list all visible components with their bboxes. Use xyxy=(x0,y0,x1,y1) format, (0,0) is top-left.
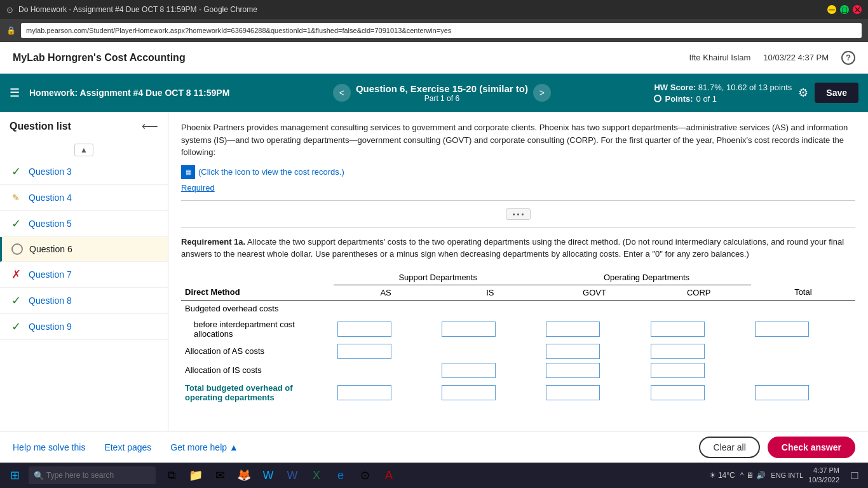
row-total-total[interactable] xyxy=(751,380,855,405)
scroll-up-indicator: ▲ xyxy=(0,141,168,159)
save-button[interactable]: Save xyxy=(815,83,858,103)
row-is-corp[interactable] xyxy=(647,361,751,380)
minimize-button[interactable]: ─ xyxy=(827,5,836,14)
input-total-is[interactable] xyxy=(442,385,496,400)
total-spacer xyxy=(751,270,855,285)
lock-icon: 🔒 xyxy=(6,26,16,35)
requirement-label: Requirement 1a. xyxy=(181,237,245,247)
input-before-corp[interactable] xyxy=(651,322,705,337)
input-total-corp[interactable] xyxy=(651,385,705,400)
taskbar-edge-icon[interactable]: e xyxy=(330,465,351,485)
hamburger-menu-icon[interactable]: ☰ xyxy=(10,86,20,100)
browser-window-controls[interactable]: ─ □ ✕ xyxy=(827,5,862,14)
row-is-is[interactable] xyxy=(438,361,542,380)
required-link[interactable]: Required xyxy=(181,183,855,193)
content-area: Phoenix Partners provides management con… xyxy=(168,112,868,431)
close-button[interactable]: ✕ xyxy=(853,5,862,14)
taskbar-firefox-icon[interactable]: 🦊 xyxy=(234,465,254,485)
app-header: MyLab Horngren's Cost Accounting Ifte Kh… xyxy=(0,42,868,74)
row-before-total[interactable] xyxy=(751,316,855,342)
expand-control-container: • • • xyxy=(181,208,855,220)
row-as-corp[interactable] xyxy=(647,342,751,361)
clear-all-button[interactable]: Clear all xyxy=(699,437,759,458)
row-as-govt[interactable] xyxy=(542,342,646,361)
input-as-govt[interactable] xyxy=(546,344,600,359)
input-as-corp[interactable] xyxy=(651,344,705,359)
input-is-is[interactable] xyxy=(442,363,496,378)
prev-question-button[interactable]: < xyxy=(333,84,351,102)
help-me-solve-link[interactable]: Help me solve this xyxy=(13,442,85,452)
taskbar-explorer-icon[interactable]: 📁 xyxy=(186,465,206,485)
row-as-as[interactable] xyxy=(334,342,438,361)
row-total-corp[interactable] xyxy=(647,380,751,405)
start-button[interactable]: ⊞ xyxy=(3,464,26,487)
input-before-govt[interactable] xyxy=(546,322,600,337)
main-layout: Question list ⟵ ▲ ✓ Question 3 ✎ Questio… xyxy=(0,112,868,431)
taskbar-search-input[interactable] xyxy=(46,471,148,480)
scroll-up-button[interactable]: ▲ xyxy=(74,144,93,156)
address-input[interactable] xyxy=(21,23,862,38)
check-answer-button[interactable]: Check answer xyxy=(768,437,855,458)
row-before-as[interactable] xyxy=(334,316,438,342)
clock-date: 10/3/2022 xyxy=(808,475,839,485)
sidebar-item-q7[interactable]: ✗ Question 7 xyxy=(0,262,168,288)
bottom-actions: Clear all Check answer xyxy=(699,437,855,458)
maximize-button[interactable]: □ xyxy=(840,5,849,14)
input-before-is[interactable] xyxy=(442,322,496,337)
input-before-as[interactable] xyxy=(337,322,391,337)
show-desktop-button[interactable]: □ xyxy=(844,465,865,485)
taskbar-volume-icon[interactable]: 🔊 xyxy=(756,471,766,480)
row-before-is[interactable] xyxy=(438,316,542,342)
sidebar-collapse-button[interactable]: ⟵ xyxy=(142,119,158,133)
row-total-as[interactable] xyxy=(334,380,438,405)
direct-method-header: Direct Method xyxy=(181,285,334,300)
taskbar-excel-icon[interactable]: X xyxy=(306,465,327,485)
etext-pages-link[interactable]: Etext pages xyxy=(104,442,151,452)
input-total-govt[interactable] xyxy=(546,385,600,400)
app-header-right: Ifte Khairul Islam 10/03/22 4:37 PM ? xyxy=(689,51,855,65)
chevron-up-icon[interactable]: ^ xyxy=(740,471,744,480)
row-before-govt[interactable] xyxy=(542,316,646,342)
taskbar-chrome-icon[interactable]: ⊙ xyxy=(355,465,375,485)
row-is-as xyxy=(334,361,438,380)
get-more-help-link[interactable]: Get more help ▲ xyxy=(170,442,238,452)
expand-button[interactable]: • • • xyxy=(506,208,531,220)
row-total-label: Total budgeted overhead of operating dep… xyxy=(181,380,334,405)
taskbar-app1-icon[interactable]: W xyxy=(258,465,278,485)
sidebar-item-q5[interactable]: ✓ Question 5 xyxy=(0,211,168,237)
q5-label: Question 5 xyxy=(29,219,72,229)
allocation-table: Support Departments Operating Department… xyxy=(181,270,855,405)
cost-records-container: ▦ (Click the icon to view the cost recor… xyxy=(181,165,855,179)
sidebar-item-q8[interactable]: ✓ Question 8 xyxy=(0,288,168,314)
requirement-text: Requirement 1a. Allocate the two support… xyxy=(181,236,855,261)
row-is-govt[interactable] xyxy=(542,361,646,380)
sidebar-title: Question list xyxy=(10,121,71,132)
sidebar-item-q6[interactable]: Question 6 xyxy=(0,237,168,262)
row-as-is xyxy=(438,342,542,361)
sidebar-item-q4[interactable]: ✎ Question 4 xyxy=(0,185,168,211)
q9-status-icon: ✓ xyxy=(10,320,22,333)
input-as-as[interactable] xyxy=(337,344,391,359)
help-icon[interactable]: ? xyxy=(841,51,855,65)
cost-records-link[interactable]: ▦ (Click the icon to view the cost recor… xyxy=(181,165,855,179)
next-question-button[interactable]: > xyxy=(533,84,551,102)
taskbar-task-view-icon[interactable]: ⧉ xyxy=(161,465,182,485)
taskbar-app2-icon[interactable]: A xyxy=(379,465,399,485)
sidebar-item-q9[interactable]: ✓ Question 9 xyxy=(0,314,168,340)
input-total-as[interactable] xyxy=(337,385,391,400)
input-before-total[interactable] xyxy=(755,322,809,337)
input-is-govt[interactable] xyxy=(546,363,600,378)
input-is-corp[interactable] xyxy=(651,363,705,378)
app-logo: MyLab Horngren's Cost Accounting xyxy=(13,52,186,64)
table-row: Allocation of AS costs xyxy=(181,342,855,361)
settings-button[interactable]: ⚙ xyxy=(798,86,808,100)
taskbar-word-icon[interactable]: W xyxy=(282,465,302,485)
row-total-is[interactable] xyxy=(438,380,542,405)
row-before-corp[interactable] xyxy=(647,316,751,342)
taskbar-search-box[interactable]: 🔍 xyxy=(29,466,156,484)
taskbar-mail-icon[interactable]: ✉ xyxy=(210,465,230,485)
row-total-govt[interactable] xyxy=(542,380,646,405)
sidebar-item-q3[interactable]: ✓ Question 3 xyxy=(0,159,168,185)
sidebar-header: Question list ⟵ xyxy=(0,112,168,141)
input-total-total[interactable] xyxy=(755,385,809,400)
